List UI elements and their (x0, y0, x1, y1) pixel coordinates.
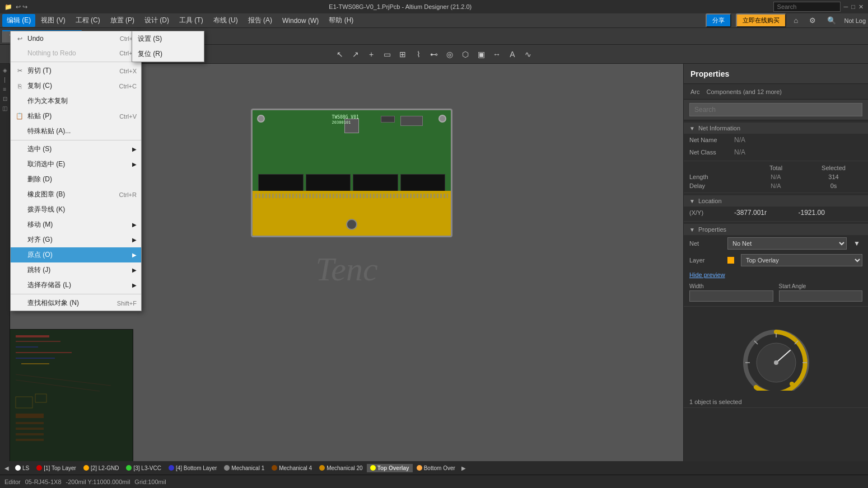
rect-tool[interactable]: ▭ (380, 47, 394, 62)
dim-tool[interactable]: ↔ (489, 47, 504, 62)
layer-tab-9[interactable]: Bottom Over (413, 464, 459, 472)
layer-tab-4[interactable]: [4] Bottom Layer (165, 464, 220, 472)
sidebar-icon-2[interactable]: | (1, 76, 9, 83)
layer-tab-3[interactable]: [3] L3-VCC (123, 464, 164, 472)
svg-rect-1 (16, 335, 49, 337)
ctx-item-copy_text[interactable]: 作为文本复制 (11, 93, 141, 109)
close-btn[interactable]: ✕ (858, 3, 864, 11)
ctx-icon-redo (15, 49, 24, 58)
sidebar-icon-4[interactable]: ⊡ (1, 95, 9, 102)
ctx-item-paste[interactable]: 📋粘贴 (P)Ctrl+V (11, 109, 141, 124)
polygon-tool[interactable]: ▣ (474, 47, 488, 62)
minimize-btn[interactable]: ─ (844, 3, 848, 10)
pad-tool[interactable]: ⬡ (458, 47, 473, 62)
menu-item-design[interactable]: 设计 (D) (140, 14, 174, 27)
svg-rect-4 (16, 352, 72, 353)
ctx-item-cut[interactable]: ✂剪切 (T)Ctrl+X (11, 63, 141, 78)
menu-item-window[interactable]: Window (W) (278, 15, 323, 26)
submenu-item-set_origin[interactable]: 设置 (S) (132, 31, 204, 46)
ctx-label-copy: 复制 (C) (27, 81, 115, 91)
ctx-item-jump[interactable]: 跳转 (J)▶ (11, 262, 141, 278)
props-header[interactable]: ▼ Properties (684, 224, 868, 235)
menu-item-project[interactable]: 工程 (C) (71, 14, 105, 27)
ctx-label-change_seg: 拨弄导线 (K) (27, 205, 137, 214)
properties-header: Properties (684, 64, 868, 84)
route-tool[interactable]: ↗ (348, 47, 363, 62)
ctx-item-eraser[interactable]: 橡皮图章 (B)Ctrl+R (11, 187, 141, 202)
layer-value-select[interactable]: Top Overlay (741, 254, 862, 266)
hide-preview-row: Hide preview (684, 269, 868, 281)
ctx-item-deselect[interactable]: 取消选中 (E)▶ (11, 157, 141, 172)
search-icon[interactable]: 🔍 (824, 15, 839, 26)
properties-search-input[interactable] (689, 103, 862, 116)
ctx-label-paste: 粘贴 (P) (27, 111, 115, 121)
net-value-select[interactable]: No Net (727, 237, 847, 250)
text-tool[interactable]: A (505, 47, 520, 62)
width-input[interactable]: 10mil (689, 290, 773, 302)
sidebar-icon-3[interactable]: ≡ (1, 85, 9, 93)
location-header[interactable]: ▼ Location (684, 195, 868, 207)
ctx-item-sel_mem[interactable]: 选择存储器 (L)▶ (11, 278, 141, 293)
ctx-item-align[interactable]: 对齐 (G)▶ (11, 232, 141, 247)
ctx-icon-copy: ⎘ (15, 82, 24, 91)
settings-icon[interactable]: ⚙ (806, 15, 819, 26)
layer-tab-2[interactable]: [2] L2-GND (80, 464, 123, 472)
home-icon[interactable]: ⌂ (791, 15, 802, 26)
component-tool[interactable]: ⊞ (395, 47, 410, 62)
more-tool[interactable]: ∿ (521, 47, 535, 62)
ctx-arrow-align: ▶ (132, 237, 137, 243)
ctx-item-move[interactable]: 移动 (M)▶ (11, 217, 141, 232)
select-tool[interactable]: ↖ (333, 47, 347, 62)
ctx-arrow-jump: ▶ (132, 267, 137, 273)
ctx-item-origin[interactable]: 原点 (O)▶ (11, 247, 141, 262)
share-button[interactable]: 分享 (706, 13, 731, 27)
via-tool[interactable]: ◎ (442, 47, 457, 62)
ctx-item-copy[interactable]: ⎘复制 (C)Ctrl+C (11, 78, 141, 93)
menu-item-route[interactable]: 布线 (U) (209, 14, 242, 27)
pin-tool[interactable]: ⊷ (427, 47, 441, 62)
props-arrow: ▼ (689, 227, 695, 233)
ctx-shortcut-paste: Ctrl+V (119, 113, 137, 120)
sidebar-icon-1[interactable]: ◈ (1, 66, 9, 74)
layer-next-btn[interactable]: ▶ (459, 465, 468, 471)
layer-tab-8[interactable]: Top Overlay (367, 464, 413, 472)
buy-button[interactable]: 立即在线购买 (736, 13, 786, 27)
wire-tool[interactable]: ⌇ (411, 47, 426, 62)
svg-point-19 (774, 360, 778, 365)
menu-item-help[interactable]: 帮助 (H) (324, 14, 358, 27)
ctx-item-undo[interactable]: ↩UndoCtrl+Z (11, 31, 141, 46)
plus-tool[interactable]: + (364, 47, 379, 62)
ctx-item-delete[interactable]: 删除 (D) (11, 172, 141, 187)
length-label: Length (689, 173, 747, 180)
ctx-item-find_sim[interactable]: 查找相似对象 (N)Shift+F (11, 295, 141, 311)
ctx-item-select[interactable]: 选中 (S)▶ (11, 142, 141, 157)
hide-preview-link[interactable]: Hide preview (689, 271, 725, 278)
menu-item-reports[interactable]: 报告 (A) (244, 14, 277, 27)
net-dropdown-icon[interactable]: ▼ (851, 240, 862, 247)
right-panel: Properties Arc Components (and 12 more) … (683, 64, 868, 475)
status-bar: Editor 05-RJ45-1X8 -200mil Y:11000.000mi… (0, 475, 868, 488)
net-info-header[interactable]: ▼ Net Information (684, 123, 868, 134)
layer-color-5 (224, 465, 230, 471)
layer-value-label: Layer (689, 257, 723, 264)
ctx-item-special_paste[interactable]: 特殊粘贴 (A)... (11, 124, 141, 139)
menu-item-place[interactable]: 放置 (P) (106, 14, 139, 27)
ctx-icon-eraser (15, 190, 24, 199)
menu-item-tools[interactable]: 工具 (T) (175, 14, 208, 27)
layer-tab-1[interactable]: [1] Top Layer (33, 464, 80, 472)
layer-tab-7[interactable]: Mechanical 20 (316, 464, 366, 472)
ctx-icon-copy_text (15, 97, 24, 106)
sidebar-icon-5[interactable]: ◫ (1, 104, 9, 112)
ctx-item-change_seg[interactable]: 拨弄导线 (K) (11, 202, 141, 217)
title-search-input[interactable] (773, 2, 841, 12)
layer-prev-btn[interactable]: ◀ (2, 465, 11, 471)
layer-tab-0[interactable]: LS (12, 464, 32, 472)
menu-item-edit[interactable]: 编辑 (E) (2, 14, 35, 27)
maximize-btn[interactable]: □ (851, 3, 855, 10)
layer-tab-6[interactable]: Mechanical 4 (268, 464, 315, 472)
start-angle-input[interactable]: 0.000 (779, 290, 863, 302)
menu-item-view[interactable]: 视图 (V) (36, 14, 69, 27)
layer-tab-5[interactable]: Mechanical 1 (221, 464, 268, 472)
layer-label-7: Mechanical 20 (326, 465, 362, 471)
submenu-item-reset_origin[interactable]: 复位 (R) (132, 46, 204, 62)
